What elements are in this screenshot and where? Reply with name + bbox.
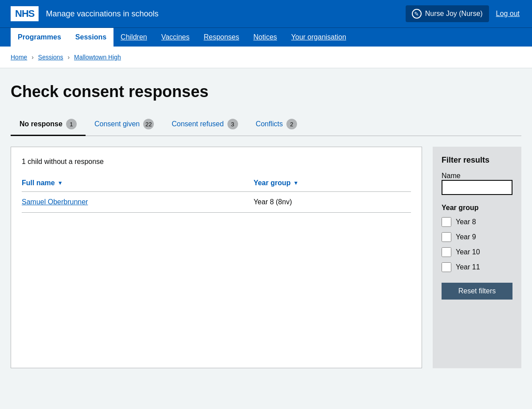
main-content: Check consent responses No response 1 Co…: [0, 68, 532, 406]
children-table: Full name ▼ Year group ▼: [22, 175, 411, 213]
filter-year9-checkbox[interactable]: [442, 232, 451, 242]
nav-item-children[interactable]: Children: [113, 28, 154, 47]
main-nav: Programmes Sessions Children Vaccines Re…: [0, 27, 532, 47]
sort-icon-name: ▼: [58, 180, 63, 186]
tab-consent-refused-count: 3: [227, 119, 238, 129]
breadcrumb-sessions[interactable]: Sessions: [38, 54, 63, 61]
filter-year8-item: Year 8: [442, 217, 512, 227]
tab-conflicts-count: 2: [286, 119, 297, 129]
nav-item-notices[interactable]: Notices: [246, 28, 284, 47]
col-year-group-header[interactable]: Year group ▼: [254, 179, 411, 187]
content-area: 1 child without a response Full name ▼ Y…: [11, 147, 521, 368]
tab-consent-given-count: 22: [143, 119, 154, 129]
table-row: Samuel Oberbrunner Year 8 (8nv): [22, 192, 411, 213]
sort-icon-year: ▼: [293, 180, 298, 186]
tab-no-response-label: No response: [20, 120, 63, 128]
nav-item-responses[interactable]: Responses: [196, 28, 246, 47]
filter-name-input[interactable]: [442, 180, 512, 195]
user-info: ✎ Nurse Joy (Nurse): [406, 5, 489, 22]
col-year-group-label: Year group: [254, 179, 291, 187]
header-right: ✎ Nurse Joy (Nurse) Log out: [406, 5, 521, 22]
page-title: Check consent responses: [11, 82, 521, 101]
filter-year10-item: Year 10: [442, 247, 512, 257]
breadcrumb-sep-2: ›: [68, 54, 72, 61]
col-full-name-header[interactable]: Full name ▼: [22, 179, 254, 187]
filter-year8-label: Year 8: [456, 218, 476, 226]
cell-year-group: Year 8 (8nv): [254, 192, 411, 213]
cell-full-name: Samuel Oberbrunner: [22, 192, 254, 213]
filter-year-group-title: Year group: [442, 204, 512, 212]
reset-filters-button[interactable]: Reset filters: [442, 283, 512, 300]
nav-item-vaccines[interactable]: Vaccines: [154, 28, 197, 47]
filter-year11-checkbox[interactable]: [442, 262, 451, 272]
col-full-name: Full name ▼: [22, 175, 254, 192]
filter-year8-checkbox[interactable]: [442, 217, 451, 227]
tab-consent-given[interactable]: Consent given 22: [86, 113, 163, 136]
tab-no-response[interactable]: No response 1: [11, 113, 86, 136]
logout-button[interactable]: Log out: [494, 6, 521, 21]
nav-item-programmes[interactable]: Programmes: [11, 28, 68, 47]
tab-consent-given-label: Consent given: [94, 120, 140, 128]
result-count: 1 child without a response: [22, 158, 411, 166]
nav-item-your-organisation[interactable]: Your organisation: [284, 28, 353, 47]
breadcrumb-home[interactable]: Home: [11, 54, 27, 61]
col-year-group: Year group ▼: [254, 175, 411, 192]
child-name-link[interactable]: Samuel Oberbrunner: [22, 198, 88, 206]
tab-conflicts-label: Conflicts: [256, 120, 283, 128]
tab-no-response-count: 1: [66, 119, 77, 129]
tab-consent-refused[interactable]: Consent refused 3: [163, 113, 246, 136]
consent-tabs: No response 1 Consent given 22 Consent r…: [11, 113, 521, 136]
nav-item-sessions[interactable]: Sessions: [68, 28, 113, 47]
nhs-logo: NHS: [11, 6, 39, 21]
header-title: Manage vaccinations in schools: [46, 9, 158, 19]
col-full-name-label: Full name: [22, 179, 55, 187]
filter-year11-label: Year 11: [456, 263, 480, 271]
user-icon: ✎: [412, 9, 422, 19]
filter-year10-checkbox[interactable]: [442, 247, 451, 257]
header-left: NHS Manage vaccinations in schools: [11, 6, 159, 21]
breadcrumb-sep-1: ›: [31, 54, 35, 61]
breadcrumb: Home › Sessions › Mallowtown High: [0, 47, 532, 68]
tab-conflicts[interactable]: Conflicts 2: [247, 113, 306, 136]
filter-name-label: Name: [442, 172, 461, 179]
filter-year10-label: Year 10: [456, 248, 480, 256]
user-name: Nurse Joy (Nurse): [425, 10, 483, 18]
header: NHS Manage vaccinations in schools ✎ Nur…: [0, 0, 532, 27]
breadcrumb-mallowtown[interactable]: Mallowtown High: [74, 54, 121, 61]
table-panel: 1 child without a response Full name ▼ Y…: [11, 147, 422, 368]
filter-year9-item: Year 9: [442, 232, 512, 242]
filter-year9-label: Year 9: [456, 233, 476, 241]
filter-title: Filter results: [442, 156, 512, 165]
filter-panel: Filter results Name Year group Year 8 Ye…: [433, 147, 521, 368]
tab-consent-refused-label: Consent refused: [172, 120, 223, 128]
filter-year11-item: Year 11: [442, 262, 512, 272]
